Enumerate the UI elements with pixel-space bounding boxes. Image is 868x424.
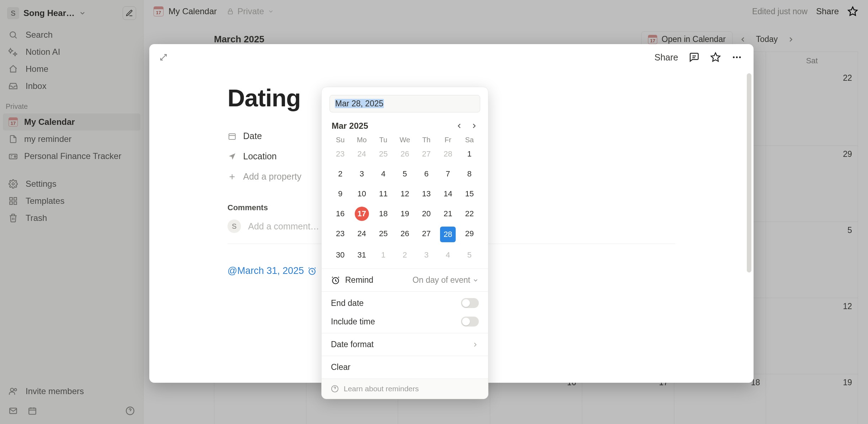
picker-day[interactable]: 24 [351, 147, 373, 161]
picker-day[interactable]: 18 [373, 207, 394, 221]
picker-day[interactable]: 17 [355, 207, 369, 221]
avatar: S [227, 219, 241, 233]
picker-day[interactable]: 22 [459, 207, 480, 221]
svg-marker-22 [711, 53, 720, 62]
picker-day[interactable]: 26 [394, 147, 416, 161]
picker-day[interactable]: 28 [440, 227, 456, 242]
property-label: Location [243, 151, 277, 161]
picker-day[interactable]: 24 [351, 227, 373, 241]
picker-day[interactable]: 21 [437, 207, 459, 221]
picker-day[interactable]: 12 [394, 187, 416, 201]
clear-label: Clear [331, 362, 350, 372]
picker-day[interactable]: 29 [459, 227, 480, 241]
date-mention-text: @March 31, 2025 [227, 265, 304, 276]
calendar-icon [227, 132, 237, 141]
add-property-label: Add a property [243, 171, 301, 182]
alarm-icon [331, 276, 340, 285]
learn-reminders-link[interactable]: Learn about reminders [322, 378, 488, 399]
learn-label: Learn about reminders [344, 385, 419, 393]
include-time-label: Include time [331, 317, 375, 327]
picker-month-label: Mar 2025 [332, 121, 368, 131]
picker-day[interactable]: 1 [373, 248, 394, 262]
picker-day[interactable]: 25 [373, 147, 394, 161]
svg-point-24 [736, 57, 738, 58]
end-date-toggle[interactable] [461, 298, 479, 308]
location-icon [227, 152, 237, 161]
picker-weekday: Tu [373, 136, 394, 144]
picker-day[interactable]: 5 [394, 167, 416, 181]
picker-day[interactable]: 14 [437, 187, 459, 201]
picker-day[interactable]: 15 [459, 187, 480, 201]
picker-day[interactable]: 27 [416, 227, 437, 241]
clear-button[interactable]: Clear [329, 356, 480, 378]
picker-day[interactable]: 25 [373, 227, 394, 241]
date-picker-popover: Mar 28, 2025 Mar 2025 SuMoTuWeThFrSa 232… [321, 87, 488, 399]
picker-weekday: Mo [351, 136, 373, 144]
picker-day[interactable]: 5 [459, 248, 480, 262]
picker-day-grid: 2324252627281234567891011121314151617181… [329, 147, 480, 269]
picker-weekday: Su [329, 136, 351, 144]
scrollbar[interactable] [747, 73, 751, 272]
picker-day[interactable]: 3 [416, 248, 437, 262]
end-date-label: End date [331, 298, 364, 308]
picker-day[interactable]: 3 [351, 167, 373, 181]
picker-day[interactable]: 7 [437, 167, 459, 181]
modal-share-button[interactable]: Share [654, 52, 678, 63]
picker-day[interactable]: 31 [351, 248, 373, 262]
help-icon [331, 385, 339, 393]
picker-day[interactable]: 8 [459, 167, 480, 181]
date-format-row[interactable]: Date format [329, 333, 480, 356]
picker-day[interactable]: 23 [329, 227, 351, 241]
svg-rect-26 [229, 134, 235, 139]
date-input-value: Mar 28, 2025 [335, 99, 384, 108]
picker-day[interactable]: 1 [459, 147, 480, 161]
picker-next-month[interactable] [470, 122, 478, 130]
end-date-row[interactable]: End date [329, 292, 480, 314]
comments-icon[interactable] [689, 52, 700, 63]
picker-weekday: Fr [437, 136, 459, 144]
picker-weekday: Sa [459, 136, 480, 144]
picker-weekdays: SuMoTuWeThFrSa [329, 136, 480, 147]
picker-day[interactable]: 26 [394, 227, 416, 241]
picker-day[interactable]: 2 [329, 167, 351, 181]
picker-day[interactable]: 9 [329, 187, 351, 201]
expand-icon[interactable] [159, 53, 168, 62]
picker-day[interactable]: 4 [437, 248, 459, 262]
date-input[interactable]: Mar 28, 2025 [329, 95, 480, 112]
picker-day[interactable]: 27 [416, 147, 437, 161]
picker-prev-month[interactable] [455, 122, 463, 130]
plus-icon [227, 173, 237, 181]
remind-row[interactable]: Remind On day of event [329, 269, 480, 291]
include-time-toggle[interactable] [461, 317, 479, 327]
svg-point-23 [733, 57, 735, 58]
picker-day[interactable]: 2 [394, 248, 416, 262]
picker-day[interactable]: 16 [329, 207, 351, 221]
svg-point-25 [739, 57, 741, 58]
picker-day[interactable]: 30 [329, 248, 351, 262]
remind-value: On day of event [413, 275, 479, 285]
picker-day[interactable]: 10 [351, 187, 373, 201]
picker-day[interactable]: 13 [416, 187, 437, 201]
picker-weekday: Th [416, 136, 437, 144]
picker-day[interactable]: 28 [437, 147, 459, 161]
picker-weekday: We [394, 136, 416, 144]
picker-day[interactable]: 20 [416, 207, 437, 221]
picker-day[interactable]: 23 [329, 147, 351, 161]
more-icon[interactable] [732, 52, 742, 63]
favorite-icon[interactable] [710, 52, 721, 63]
picker-day[interactable]: 19 [394, 207, 416, 221]
picker-day[interactable]: 6 [416, 167, 437, 181]
picker-day[interactable]: 4 [373, 167, 394, 181]
include-time-row[interactable]: Include time [329, 314, 480, 333]
date-format-label: Date format [331, 340, 374, 349]
remind-label: Remind [345, 275, 373, 285]
picker-day[interactable]: 11 [373, 187, 394, 201]
clock-icon [307, 266, 317, 276]
comment-placeholder: Add a comment… [248, 221, 319, 232]
property-label: Date [243, 131, 262, 141]
chevron-right-icon [472, 341, 479, 348]
